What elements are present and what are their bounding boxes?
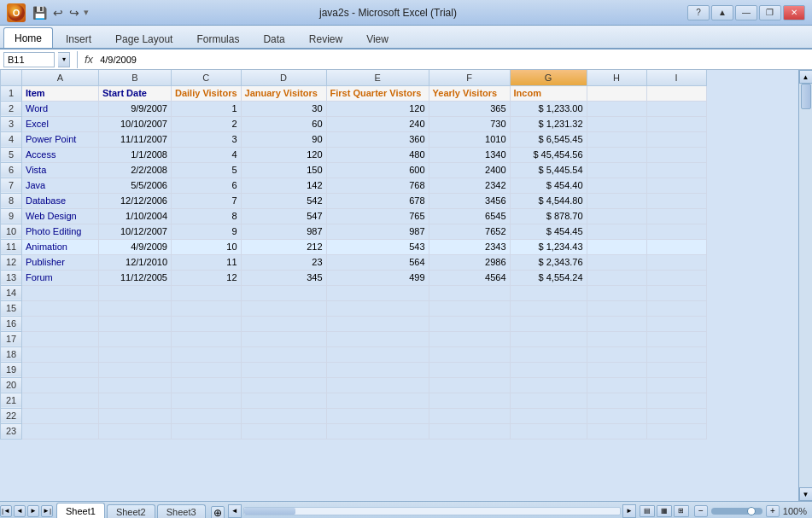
cell-12-f[interactable]: 2986	[429, 254, 510, 270]
row-header-21[interactable]: 21	[1, 393, 22, 408]
cell-18-d[interactable]	[241, 346, 326, 362]
new-sheet-button[interactable]: ⊕	[211, 506, 225, 519]
row-header-10[interactable]: 10	[1, 224, 22, 239]
cell-13-g[interactable]: $ 4,554.24	[510, 270, 587, 285]
cell-8-b[interactable]: 12/12/2006	[99, 193, 172, 208]
cell-3-e[interactable]: 240	[326, 116, 429, 131]
cell-8-a[interactable]: Database	[22, 193, 99, 208]
cell-14-f[interactable]	[429, 285, 510, 300]
vertical-scrollbar[interactable]: ▲ ▼	[798, 70, 812, 501]
row-header-13[interactable]: 13	[1, 270, 22, 285]
cell-16-b[interactable]	[99, 316, 172, 331]
col-header-b[interactable]: B	[99, 70, 172, 85]
cell-21-f[interactable]	[429, 393, 510, 408]
cell-9-g[interactable]: $ 878.70	[510, 208, 587, 224]
cell-9-d[interactable]: 547	[241, 208, 326, 224]
row-header-4[interactable]: 4	[1, 131, 22, 147]
cell-23-g[interactable]	[510, 423, 587, 439]
scroll-right-btn[interactable]: ►	[622, 504, 636, 518]
page-layout-view-btn[interactable]: ▦	[657, 505, 672, 517]
cell-2-d[interactable]: 30	[241, 101, 326, 116]
cell-10-a[interactable]: Photo Editing	[22, 224, 99, 239]
cell-12-a[interactable]: Publisher	[22, 254, 99, 270]
cell-3-h[interactable]	[587, 116, 646, 131]
cell-15-c[interactable]	[172, 300, 242, 316]
row-header-14[interactable]: 14	[1, 285, 22, 300]
cell-1-d[interactable]: January Visitors	[241, 85, 326, 101]
cell-20-g[interactable]	[510, 377, 587, 393]
cell-4-a[interactable]: Power Point	[22, 131, 99, 147]
cell-12-d[interactable]: 23	[241, 254, 326, 270]
sheet-tab-sheet3[interactable]: Sheet3	[157, 504, 206, 519]
cell-5-a[interactable]: Access	[22, 147, 99, 162]
cell-23-b[interactable]	[99, 423, 172, 439]
row-header-12[interactable]: 12	[1, 254, 22, 270]
tab-home[interactable]: Home	[3, 27, 53, 48]
cell-8-e[interactable]: 678	[326, 193, 429, 208]
cell-13-i[interactable]	[646, 270, 706, 285]
tab-page-layout[interactable]: Page Layout	[104, 29, 184, 48]
cell-7-f[interactable]: 2342	[429, 178, 510, 193]
cell-3-b[interactable]: 10/10/2007	[99, 116, 172, 131]
cell-12-e[interactable]: 564	[326, 254, 429, 270]
cell-10-d[interactable]: 987	[241, 224, 326, 239]
cell-23-e[interactable]	[326, 423, 429, 439]
cell-4-b[interactable]: 11/11/2007	[99, 131, 172, 147]
h-scroll-track[interactable]	[243, 507, 621, 515]
cell-9-c[interactable]: 8	[172, 208, 242, 224]
row-header-1[interactable]: 1	[1, 85, 22, 101]
cell-6-a[interactable]: Vista	[22, 162, 99, 178]
cell-16-d[interactable]	[241, 316, 326, 331]
cell-1-g[interactable]: Incom	[510, 85, 587, 101]
row-header-6[interactable]: 6	[1, 162, 22, 178]
cell-20-b[interactable]	[99, 377, 172, 393]
cell-17-c[interactable]	[172, 331, 242, 346]
sheet-tab-sheet2[interactable]: Sheet2	[107, 504, 155, 519]
cell-4-e[interactable]: 360	[326, 131, 429, 147]
ribbon-toggle-button[interactable]: ▲	[711, 5, 733, 20]
cell-5-h[interactable]	[587, 147, 646, 162]
cell-10-b[interactable]: 10/12/2007	[99, 224, 172, 239]
cell-3-i[interactable]	[646, 116, 706, 131]
undo-quick-btn[interactable]: ↩	[51, 4, 65, 21]
cell-20-e[interactable]	[326, 377, 429, 393]
cell-18-i[interactable]	[646, 346, 706, 362]
cell-11-d[interactable]: 212	[241, 239, 326, 254]
cell-20-a[interactable]	[22, 377, 99, 393]
cell-12-g[interactable]: $ 2,343.76	[510, 254, 587, 270]
cell-6-e[interactable]: 600	[326, 162, 429, 178]
cell-1-a[interactable]: Item	[22, 85, 99, 101]
cell-12-c[interactable]: 11	[172, 254, 242, 270]
office-logo-icon[interactable]: O	[7, 3, 26, 22]
cell-15-d[interactable]	[241, 300, 326, 316]
cell-8-d[interactable]: 542	[241, 193, 326, 208]
cell-8-i[interactable]	[646, 193, 706, 208]
cell-15-e[interactable]	[326, 300, 429, 316]
cell-7-d[interactable]: 142	[241, 178, 326, 193]
row-header-11[interactable]: 11	[1, 239, 22, 254]
cell-21-c[interactable]	[172, 393, 242, 408]
cell-13-h[interactable]	[587, 270, 646, 285]
cell-2-b[interactable]: 9/9/2007	[99, 101, 172, 116]
cell-14-e[interactable]	[326, 285, 429, 300]
cell-11-i[interactable]	[646, 239, 706, 254]
cell-6-i[interactable]	[646, 162, 706, 178]
row-header-17[interactable]: 17	[1, 331, 22, 346]
cell-13-c[interactable]: 12	[172, 270, 242, 285]
close-button[interactable]: ✕	[783, 5, 805, 20]
cell-12-h[interactable]	[587, 254, 646, 270]
v-scroll-thumb[interactable]	[801, 84, 811, 109]
cell-7-e[interactable]: 768	[326, 178, 429, 193]
cell-reference-box[interactable]: B11	[3, 52, 55, 67]
cell-18-c[interactable]	[172, 346, 242, 362]
tab-review[interactable]: Review	[298, 29, 353, 48]
row-header-16[interactable]: 16	[1, 316, 22, 331]
cell-10-g[interactable]: $ 454.45	[510, 224, 587, 239]
cell-2-g[interactable]: $ 1,233.00	[510, 101, 587, 116]
cell-13-e[interactable]: 499	[326, 270, 429, 285]
cell-8-f[interactable]: 3456	[429, 193, 510, 208]
cell-23-d[interactable]	[241, 423, 326, 439]
cell-18-b[interactable]	[99, 346, 172, 362]
cell-3-d[interactable]: 60	[241, 116, 326, 131]
cell-22-e[interactable]	[326, 408, 429, 423]
